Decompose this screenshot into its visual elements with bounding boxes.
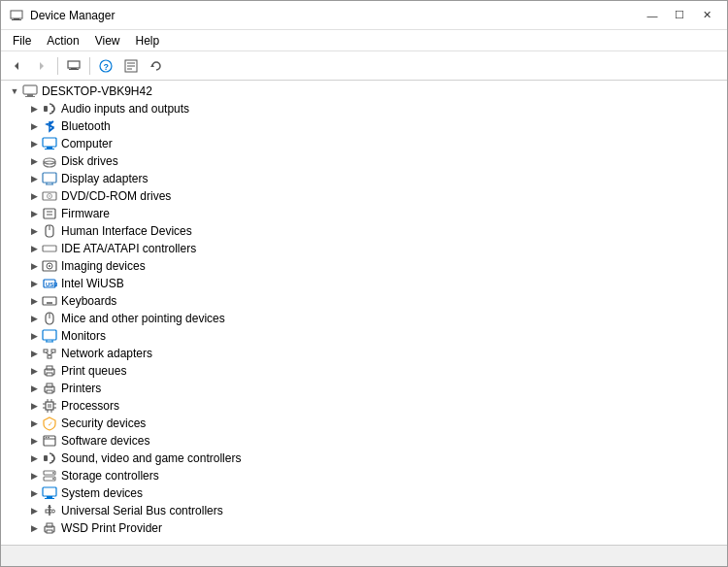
item-toggle[interactable]: ▶ — [26, 276, 42, 291]
list-item[interactable]: ▶ Network adapters — [22, 345, 725, 362]
security-icon: ✓ — [42, 416, 57, 431]
menu-view[interactable]: View — [87, 32, 128, 50]
item-label: Computer — [61, 137, 113, 150]
item-toggle[interactable]: ▶ — [26, 223, 42, 239]
item-toggle[interactable]: ▶ — [26, 101, 42, 117]
svg-rect-61 — [51, 350, 55, 352]
list-item[interactable]: ▶ DVD/CD-ROM drives — [22, 187, 725, 205]
disk-icon — [42, 153, 57, 169]
item-toggle[interactable]: ▶ — [26, 293, 42, 309]
list-item[interactable]: ▶ Keyboards — [22, 292, 725, 310]
menu-action[interactable]: Action — [39, 32, 86, 50]
audio-icon — [42, 101, 57, 117]
svg-text:?: ? — [104, 62, 110, 72]
window-title: Device Manager — [30, 9, 640, 22]
title-bar: Device Manager — ☐ ✕ — [1, 1, 727, 30]
list-item[interactable]: ▶ — [22, 397, 725, 415]
svg-rect-38 — [43, 246, 56, 251]
svg-rect-101 — [47, 530, 52, 533]
menu-file[interactable]: File — [5, 32, 39, 50]
list-item[interactable]: ▶ USB Intel WiUSB — [22, 275, 725, 292]
item-toggle[interactable]: ▶ — [26, 503, 42, 518]
list-item[interactable]: ▶ System devices — [22, 484, 725, 502]
maximize-button[interactable]: ☐ — [667, 6, 692, 25]
list-item[interactable]: ▶ Human Interface Devices — [22, 222, 725, 240]
tree-view[interactable]: ▼ DESKTOP-VBK9H42 ▶ — [1, 81, 727, 545]
refresh-button[interactable] — [145, 55, 168, 77]
list-item[interactable]: ▶ Mice and other pointing devices — [22, 310, 725, 327]
item-label: Storage controllers — [61, 469, 159, 483]
root-toggle[interactable]: ▼ — [7, 83, 22, 99]
svg-rect-20 — [47, 147, 52, 149]
list-item[interactable]: ▶ IDE ATA/ATAPI controllers — [22, 240, 725, 257]
close-button[interactable]: ✕ — [694, 6, 719, 25]
bluetooth-icon — [42, 118, 57, 134]
svg-marker-94 — [48, 505, 51, 508]
list-item[interactable]: ▶ Printers — [22, 380, 725, 397]
list-item[interactable]: ▶ Print queues — [22, 362, 725, 380]
main-content: ▼ DESKTOP-VBK9H42 ▶ — [1, 81, 727, 545]
properties-button[interactable] — [119, 55, 143, 77]
item-toggle[interactable]: ▶ — [26, 398, 42, 414]
monitor-icon — [42, 328, 57, 344]
svg-rect-19 — [43, 138, 56, 147]
usb-icon — [42, 503, 57, 518]
help-button[interactable]: ? — [94, 55, 117, 77]
network-icon — [42, 346, 57, 361]
item-label: Disk drives — [61, 154, 118, 168]
svg-point-89 — [52, 478, 54, 480]
item-toggle[interactable]: ▶ — [26, 485, 42, 501]
list-item[interactable]: ▶ Software devices — [22, 432, 725, 450]
list-item[interactable]: ▶ Display adapters — [22, 170, 725, 187]
item-label: Human Interface Devices — [61, 224, 192, 238]
item-toggle[interactable]: ▶ — [26, 381, 42, 396]
item-toggle[interactable]: ▶ — [26, 363, 42, 379]
item-toggle[interactable]: ▶ — [26, 346, 42, 361]
svg-rect-0 — [11, 11, 22, 18]
item-toggle[interactable]: ▶ — [26, 171, 42, 186]
list-item[interactable]: ▶ Firmware — [22, 205, 725, 222]
svg-rect-5 — [68, 61, 80, 68]
item-toggle[interactable]: ▶ — [26, 241, 42, 256]
hid-icon — [42, 223, 57, 239]
list-item[interactable]: ▶ Imaging devices — [22, 257, 725, 275]
svg-rect-17 — [25, 96, 35, 97]
item-label: Network adapters — [61, 347, 152, 360]
item-toggle[interactable]: ▶ — [26, 136, 42, 151]
ide-icon — [42, 241, 57, 256]
item-toggle[interactable]: ▶ — [26, 468, 42, 484]
list-item[interactable]: ▶ ✓ Security devices — [22, 415, 725, 432]
svg-text:USB: USB — [46, 282, 57, 287]
list-item[interactable]: ▶ Audio inputs and outputs — [22, 100, 725, 117]
show-computer-button[interactable] — [62, 55, 85, 77]
tree-root[interactable]: ▼ DESKTOP-VBK9H42 — [3, 83, 725, 100]
item-toggle[interactable]: ▶ — [26, 188, 42, 204]
svg-rect-55 — [43, 330, 56, 340]
item-toggle[interactable]: ▶ — [26, 450, 42, 466]
list-item[interactable]: ▶ Storage controllers — [22, 467, 725, 484]
item-toggle[interactable]: ▶ — [26, 153, 42, 169]
forward-button[interactable] — [30, 55, 53, 77]
item-toggle[interactable]: ▶ — [26, 258, 42, 274]
item-toggle[interactable]: ▶ — [26, 311, 42, 326]
list-item[interactable]: ▶ Sound, video and game controllers — [22, 450, 725, 467]
list-item[interactable]: ▶ Bluetooth — [22, 117, 725, 135]
item-label: Intel WiUSB — [61, 277, 124, 290]
software-icon — [42, 433, 57, 449]
back-button[interactable] — [5, 55, 28, 77]
item-toggle[interactable]: ▶ — [26, 206, 42, 221]
minimize-button[interactable]: — — [640, 6, 665, 25]
item-toggle[interactable]: ▶ — [26, 328, 42, 344]
list-item[interactable]: ▶ WSD Print Provider — [22, 519, 725, 537]
list-item[interactable]: ▶ Computer — [22, 135, 725, 152]
item-toggle[interactable]: ▶ — [26, 520, 42, 536]
menu-help[interactable]: Help — [128, 32, 168, 50]
item-toggle[interactable]: ▶ — [26, 433, 42, 449]
toolbar-separator-2 — [89, 57, 90, 75]
item-toggle[interactable]: ▶ — [26, 118, 42, 134]
item-toggle[interactable]: ▶ — [26, 416, 42, 431]
list-item[interactable]: ▶ Disk drives — [22, 152, 725, 170]
list-item[interactable]: ▶ Monitors — [22, 327, 725, 345]
svg-rect-18 — [44, 106, 48, 112]
list-item[interactable]: ▶ Universal Serial Bus controllers — [22, 502, 725, 519]
